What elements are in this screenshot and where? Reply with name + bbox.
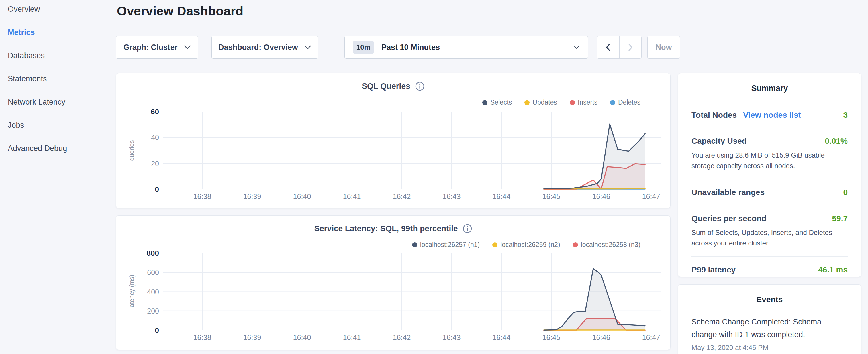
- x-axis-tick-label: 16:43: [443, 192, 461, 200]
- legend-label: localhost:26258 (n3): [581, 241, 641, 249]
- summary-body: Total Nodes View nodes list 3 Capacity U…: [691, 102, 848, 282]
- legend-dot-icon: [482, 100, 488, 105]
- sidebar-item-advanced-debug[interactable]: Advanced Debug: [0, 137, 115, 160]
- legend-label: localhost:26259 (n2): [500, 241, 560, 249]
- x-axis-tick-label: 16:38: [193, 333, 212, 342]
- sidebar-item-jobs[interactable]: Jobs: [0, 114, 115, 137]
- x-axis-tick-label: 16:40: [293, 192, 311, 200]
- x-axis-tick-label: 16:38: [193, 192, 212, 200]
- time-range-dropdown[interactable]: 10m Past 10 Minutes: [344, 36, 588, 59]
- x-axis-tick-label: 16:46: [592, 333, 610, 342]
- service-latency-plot[interactable]: 16:3816:3916:4016:4116:4216:4316:4416:45…: [116, 216, 671, 350]
- legend-dot-icon: [492, 242, 497, 248]
- chevron-right-icon: [628, 43, 633, 51]
- time-next-button[interactable]: [619, 36, 642, 58]
- info-icon[interactable]: [415, 81, 425, 91]
- x-axis-tick-label: 16:47: [642, 192, 660, 200]
- events-title: Events: [691, 295, 848, 304]
- y-axis-tick-label: 40: [151, 133, 159, 141]
- p99-latency-value: 46.1 ms: [818, 265, 848, 275]
- event-timestamp: May 13, 2020 at 4:45 PM: [691, 344, 848, 352]
- legend-label: Inserts: [578, 99, 597, 106]
- summary-panel: Summary Total Nodes View nodes list 3 Ca…: [678, 73, 861, 277]
- app-root: Overview Metrics Databases Statements Ne…: [0, 0, 868, 354]
- y-axis-tick-label: 600: [147, 268, 159, 277]
- legend-dot-icon: [524, 100, 530, 105]
- x-axis-tick-label: 16:40: [293, 333, 311, 342]
- view-nodes-list-link[interactable]: View nodes list: [743, 110, 801, 120]
- legend-item[interactable]: Deletes: [610, 99, 641, 106]
- x-axis-tick-label: 16:39: [243, 333, 261, 342]
- time-prev-button[interactable]: [597, 36, 619, 58]
- event-list-item[interactable]: Schema Change Completed: Schema change w…: [691, 316, 848, 352]
- sidebar-item-network-latency[interactable]: Network Latency: [0, 91, 115, 114]
- summary-title: Summary: [691, 84, 848, 93]
- y-axis-tick-label: 800: [147, 249, 159, 257]
- summary-row-qps: Queries per second 59.7 Sum of Selects, …: [691, 205, 848, 257]
- sql-queries-plot[interactable]: 16:3816:3916:4016:4116:4216:4316:4416:45…: [116, 73, 671, 208]
- chart-legend: localhost:26257 (n1)localhost:26259 (n2)…: [412, 241, 641, 249]
- legend-item[interactable]: Inserts: [570, 99, 597, 106]
- time-range-label: Past 10 Minutes: [381, 43, 440, 52]
- y-axis-tick-label: 400: [147, 288, 159, 296]
- x-axis-tick-label: 16:42: [393, 192, 411, 200]
- time-range-badge: 10m: [353, 41, 374, 54]
- series-area: [544, 124, 645, 189]
- y-axis-unit-label: latency (ms): [128, 275, 135, 309]
- controls-bar: Graph: Cluster Dashboard: Overview 10m P…: [116, 36, 680, 59]
- time-pager: [597, 36, 642, 59]
- chart-title: Service Latency: SQL, 99th percentile: [314, 224, 458, 233]
- capacity-used-label: Capacity Used: [691, 137, 747, 146]
- dashboard-dropdown-label: Dashboard: Overview: [218, 43, 298, 52]
- legend-item[interactable]: localhost:26258 (n3): [573, 241, 641, 249]
- sidebar-item-overview[interactable]: Overview: [0, 0, 115, 21]
- chart-title: SQL Queries: [362, 82, 410, 91]
- dashboard-dropdown[interactable]: Dashboard: Overview: [212, 36, 318, 59]
- legend-item[interactable]: localhost:26257 (n1): [412, 241, 480, 249]
- capacity-used-value: 0.01%: [825, 137, 848, 146]
- sidebar-item-databases[interactable]: Databases: [0, 44, 115, 67]
- qps-description: Sum of Selects, Updates, Inserts, and De…: [691, 227, 848, 248]
- total-nodes-value: 3: [843, 110, 848, 120]
- info-icon[interactable]: [463, 224, 472, 233]
- sidebar-item-statements[interactable]: Statements: [0, 67, 115, 91]
- chevron-down-icon: [574, 45, 580, 49]
- graph-dropdown[interactable]: Graph: Cluster: [116, 36, 198, 59]
- graph-dropdown-label: Graph: Cluster: [123, 43, 177, 52]
- y-axis-tick-label: 20: [151, 160, 159, 167]
- summary-row-unavailable-ranges: Unavailable ranges 0: [691, 179, 848, 205]
- capacity-used-description: You are using 28.6 MiB of 515.9 GiB usab…: [691, 150, 848, 171]
- summary-row-p99: P99 latency 46.1 ms: [691, 257, 848, 282]
- y-axis-tick-label: 200: [147, 307, 159, 315]
- legend-dot-icon: [610, 100, 615, 105]
- y-axis-tick-label: 0: [155, 326, 159, 334]
- chevron-down-icon: [304, 45, 311, 50]
- x-axis-tick-label: 16:44: [493, 333, 510, 342]
- x-axis-tick-label: 16:45: [542, 192, 560, 200]
- sidebar-nav: Overview Metrics Databases Statements Ne…: [0, 0, 115, 160]
- qps-label: Queries per second: [691, 214, 766, 223]
- sidebar: Overview Metrics Databases Statements Ne…: [0, 0, 115, 354]
- legend-item[interactable]: localhost:26259 (n2): [492, 241, 560, 249]
- x-axis-tick-label: 16:39: [243, 192, 261, 200]
- x-axis-tick-label: 16:44: [493, 192, 510, 200]
- qps-value: 59.7: [832, 214, 848, 223]
- page-title: Overview Dashboard: [117, 4, 689, 18]
- x-axis-tick-label: 16:41: [343, 192, 361, 200]
- total-nodes-label: Total Nodes: [691, 110, 737, 120]
- x-axis-tick-label: 16:43: [443, 333, 461, 342]
- x-axis-tick-label: 16:41: [343, 333, 361, 342]
- main-content: Overview Dashboard Graph: Cluster Dashbo…: [116, 0, 689, 18]
- x-axis-tick-label: 16:42: [393, 333, 411, 342]
- legend-label: Selects: [490, 99, 512, 106]
- chart-title-row: SQL Queries: [116, 81, 670, 91]
- y-axis-unit-label: queries: [128, 140, 135, 161]
- legend-item[interactable]: Updates: [524, 99, 557, 106]
- sidebar-item-metrics[interactable]: Metrics: [0, 21, 115, 44]
- p99-latency-label: P99 latency: [691, 265, 736, 275]
- y-axis-tick-label: 60: [151, 107, 159, 116]
- chart-legend: SelectsUpdatesInsertsDeletes: [482, 99, 641, 106]
- now-button[interactable]: Now: [647, 36, 680, 59]
- legend-item[interactable]: Selects: [482, 99, 512, 106]
- chart-title-row: Service Latency: SQL, 99th percentile: [116, 224, 670, 233]
